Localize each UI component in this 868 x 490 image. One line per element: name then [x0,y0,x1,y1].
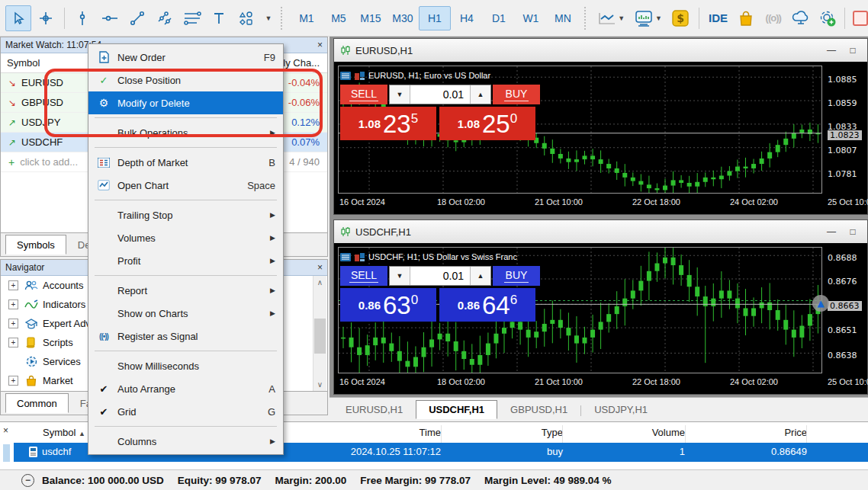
toolbar-drag-handle[interactable] [281,7,285,30]
trendline-tool-button[interactable] [124,5,150,31]
close-icon[interactable]: × [317,262,323,273]
buy-button[interactable]: BUY [493,266,540,286]
menu-item-columns[interactable]: Columns ▶ [88,430,283,453]
expand-icon[interactable]: + [8,319,18,328]
close-icon[interactable]: × [317,40,323,50]
channel-tool-button[interactable] [152,5,178,31]
menu-item-close-position[interactable]: ✓ Close Position [88,69,283,91]
depth-of-market-icon[interactable] [340,72,351,80]
menu-item-new-order[interactable]: New Order F9 [88,46,283,69]
menu-item-trailing-stop[interactable]: Trailing Stop ▶ [88,203,283,226]
timeframe-h4[interactable]: H4 [451,6,483,30]
cloud-button[interactable] [788,5,814,31]
tools-dropdown-button[interactable]: ▼ [261,5,275,31]
maximize-icon[interactable]: □ [844,226,861,237]
navigator-scrollbar[interactable]: ∧ ∨ [313,276,326,391]
timeframe-m30[interactable]: M30 [387,6,419,30]
text-tool-button[interactable] [206,5,232,31]
news-icon[interactable] [355,72,365,80]
new-order-icon [95,51,113,63]
scroll-up-icon[interactable]: ∧ [313,276,326,289]
ide-button[interactable]: IDE [704,11,732,24]
sell-button[interactable]: SELL [340,266,387,286]
chart-window-titlebar[interactable]: EURUSD,H1 — □ [334,39,867,62]
volume-decrease-icon[interactable]: ▼ [390,85,410,104]
expand-icon[interactable]: + [8,299,18,309]
sell-price-box[interactable]: 0.86630 [340,288,436,322]
menu-item-grid[interactable]: ✔ Grid G [88,400,283,423]
chart-tab-usdchf[interactable]: USDCHF,H1 [416,400,497,419]
menu-item-modify-or-delete[interactable]: ⚙ Modify or Delete [88,91,283,114]
collapse-icon[interactable]: − [21,474,34,487]
market-store-button[interactable] [733,5,759,31]
volume-increase-icon[interactable]: ▲ [470,267,490,285]
type-column-header[interactable]: Type [502,427,563,438]
tab-symbols[interactable]: Symbols [5,235,66,255]
minimize-icon[interactable]: — [823,45,840,56]
vertical-line-tool-button[interactable] [70,5,96,31]
indicators-button[interactable]: ▼ [630,5,667,31]
chevron-down-icon: ▼ [655,14,662,22]
chart-window-titlebar[interactable]: USDCHF,H1 — □ [334,220,867,244]
time-column-header[interactable]: Time [380,427,441,438]
timeframe-d1[interactable]: D1 [483,6,515,30]
timeframe-h1[interactable]: H1 [419,6,451,30]
buy-price-box[interactable]: 1.08250 [439,107,535,140]
sell-button[interactable]: SELL [340,85,387,104]
cropped-toolbar-button[interactable] [853,11,868,26]
menu-item-show-on-charts[interactable]: Show on Charts ▶ [88,302,283,325]
volume-column-header[interactable]: Volume [609,427,685,438]
toolbar-drag-handle[interactable] [584,7,589,30]
volume-increase-icon[interactable]: ▲ [470,85,490,104]
scroll-down-icon[interactable]: ∨ [313,378,326,391]
maximize-icon[interactable]: □ [844,45,861,56]
menu-item-auto-arrange[interactable]: ✔ Auto Arrange A [88,377,283,400]
fibonacci-tool-button[interactable] [179,5,205,31]
volume-decrease-icon[interactable]: ▼ [390,267,410,285]
cursor-tool-button[interactable] [5,5,31,31]
timeframe-m15[interactable]: M15 [355,6,387,30]
timeframe-w1[interactable]: W1 [515,6,547,30]
horizontal-line-tool-button[interactable] [97,5,123,31]
symbol-column-header[interactable]: Symbol ▲ [43,427,85,438]
menu-item-volumes[interactable]: Volumes ▶ [88,226,283,249]
menu-item-depth-of-market[interactable]: Depth of Market B [88,151,283,174]
menu-item-open-chart[interactable]: Open Chart Space [88,174,283,197]
signals-button[interactable]: ((o)) [760,5,786,31]
expand-icon[interactable]: + [8,338,18,347]
chart-tab-usdjpy[interactable]: USDJPY,H1 [581,400,661,419]
menu-item-bulk-operations[interactable]: Bulk Operations ▶ [88,121,283,144]
crosshair-tool-button[interactable] [33,5,59,31]
expand-icon[interactable]: + [8,280,18,290]
minimize-icon[interactable]: — [823,226,840,237]
menu-item-report[interactable]: Report ▶ [88,279,283,302]
tab-common[interactable]: Common [5,393,69,413]
chart-type-button[interactable]: ▼ [595,5,628,31]
chart-canvas[interactable]: 1.08851.08591.08331.08071.07811.0823 16 … [334,62,867,214]
horizontal-line-icon [101,11,118,25]
expand-icon[interactable]: + [8,376,18,386]
sell-price-box[interactable]: 1.08235 [340,107,436,140]
menu-item-show-milliseconds[interactable]: Show Milliseconds [88,354,283,377]
chart-tab-eurusd[interactable]: EURUSD,H1 [333,400,416,419]
timeframe-m1[interactable]: M1 [291,6,323,30]
symbol-column-header[interactable]: Symbol [1,57,40,69]
depth-of-market-icon[interactable] [340,253,351,261]
broadcast-add-button[interactable] [815,5,841,31]
scrollbar-thumb[interactable] [314,319,326,354]
volume-value[interactable]: 0.01 [410,267,470,285]
currency-button[interactable]: $ [667,5,693,31]
chart-canvas[interactable]: 0.86880.86760.86630.86510.86380.8663▲ 16… [334,243,867,394]
timeframe-m5[interactable]: M5 [323,6,355,30]
buy-price-box[interactable]: 0.86646 [439,288,535,322]
news-icon[interactable] [355,253,365,261]
volume-value[interactable]: 0.01 [410,85,470,104]
menu-item-register-as-signal[interactable]: ((•)) Register as Signal [88,325,283,347]
price-column-header[interactable]: Price [731,427,807,438]
close-icon[interactable]: × [3,425,8,436]
timeframe-mn[interactable]: MN [547,6,579,30]
chart-tab-gbpusd[interactable]: GBPUSD,H1 [497,400,580,419]
menu-item-profit[interactable]: Profit ▶ [88,249,283,272]
shapes-tool-button[interactable] [233,5,259,31]
buy-button[interactable]: BUY [493,85,540,104]
